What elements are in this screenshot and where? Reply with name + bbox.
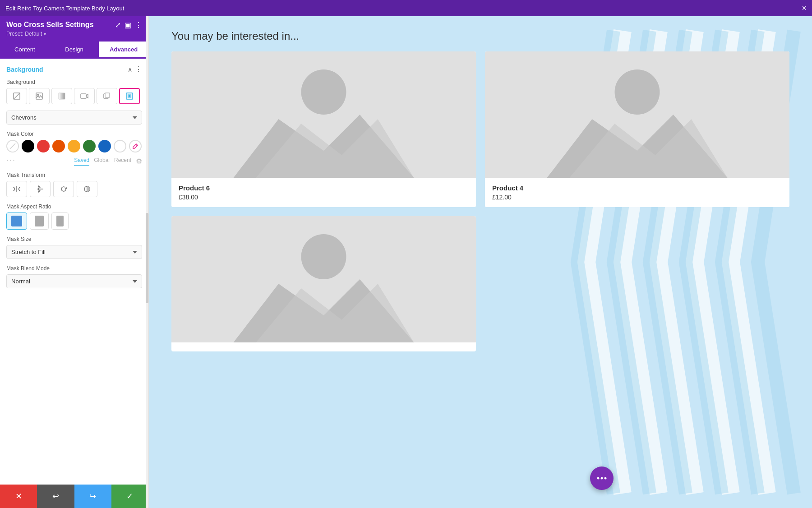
aspect-landscape-icon bbox=[56, 216, 64, 226]
mask-shape-dropdown[interactable]: Chevrons Circles Diamonds Triangles Hexa… bbox=[6, 111, 142, 125]
product-price-1: £38.00 bbox=[179, 194, 469, 201]
rotate-button[interactable] bbox=[53, 181, 74, 197]
mask-blend-mode-dropdown[interactable]: Normal Multiply Screen Overlay Darken Li… bbox=[6, 274, 142, 288]
background-section-header: Background ∧ ⋮ bbox=[6, 65, 142, 74]
color-swatch-empty[interactable] bbox=[6, 140, 19, 152]
product-grid: Product 6 £38.00 P bbox=[171, 51, 789, 351]
title-bar-text: Edit Retro Toy Camera Template Body Layo… bbox=[5, 5, 124, 12]
panel-title: Woo Cross Sells Settings bbox=[6, 21, 94, 29]
product-info-2: Product 4 £12.00 bbox=[485, 178, 789, 207]
product-image-placeholder-2 bbox=[485, 51, 789, 178]
color-swatch-blue[interactable] bbox=[98, 140, 111, 152]
product-img-3 bbox=[171, 216, 476, 342]
flip-h-button[interactable] bbox=[6, 181, 27, 197]
section-more-button[interactable]: ⋮ bbox=[135, 65, 142, 74]
scrollbar-thumb[interactable] bbox=[146, 213, 148, 303]
product-name-1: Product 6 bbox=[179, 184, 469, 192]
bg-type-mask[interactable] bbox=[119, 88, 140, 104]
svg-point-24 bbox=[601, 477, 603, 480]
product-image-placeholder-3 bbox=[171, 216, 476, 342]
left-panel: Woo Cross Sells Settings Preset: Default… bbox=[0, 16, 149, 508]
fab-button[interactable] bbox=[590, 466, 614, 490]
color-swatch-yellow[interactable] bbox=[68, 140, 80, 152]
title-bar: Edit Retro Toy Camera Template Body Layo… bbox=[0, 0, 812, 16]
bottom-bar: ✕ ↩ ↪ ✓ bbox=[0, 485, 148, 508]
aspect-square-button[interactable] bbox=[6, 212, 27, 230]
tab-advanced[interactable]: Advanced bbox=[99, 42, 148, 59]
aspect-portrait-button[interactable] bbox=[30, 212, 49, 230]
svg-point-16 bbox=[615, 69, 660, 115]
aspect-landscape-button[interactable] bbox=[51, 212, 69, 230]
opacity-button[interactable] bbox=[77, 181, 97, 197]
slideshow-bg-icon bbox=[103, 92, 111, 100]
tab-design[interactable]: Design bbox=[50, 42, 99, 59]
color-swatch-black[interactable] bbox=[22, 140, 34, 152]
svg-point-25 bbox=[604, 477, 607, 480]
color-tab-saved[interactable]: Saved bbox=[74, 157, 89, 166]
tab-content[interactable]: Content bbox=[0, 42, 50, 59]
fullscreen-button[interactable]: ⤢ bbox=[115, 21, 121, 29]
aspect-portrait-icon bbox=[35, 216, 44, 226]
color-swatch-red[interactable] bbox=[37, 140, 50, 152]
no-bg-icon bbox=[13, 92, 21, 100]
product-name-2: Product 4 bbox=[492, 184, 782, 192]
gradient-bg-icon bbox=[58, 92, 66, 100]
more-dots[interactable]: ··· bbox=[6, 155, 16, 165]
svg-line-0 bbox=[14, 93, 20, 99]
scrollbar-track bbox=[146, 16, 148, 508]
color-swatch-green[interactable] bbox=[83, 140, 96, 152]
aspect-square-icon bbox=[11, 216, 22, 226]
cancel-button[interactable]: ✕ bbox=[0, 485, 37, 508]
color-swatch-orange[interactable] bbox=[52, 140, 65, 152]
svg-line-9 bbox=[10, 143, 15, 149]
close-button[interactable]: × bbox=[802, 4, 807, 13]
mask-transform-label: Mask Transform bbox=[6, 172, 142, 178]
bg-type-classic[interactable] bbox=[29, 88, 50, 104]
panel-header: Woo Cross Sells Settings Preset: Default… bbox=[0, 16, 148, 42]
undo-button[interactable]: ↩ bbox=[37, 485, 74, 508]
mask-bg-icon bbox=[125, 92, 134, 100]
save-button[interactable]: ✓ bbox=[111, 485, 148, 508]
aspect-ratio-buttons bbox=[6, 212, 142, 230]
bg-type-video[interactable] bbox=[74, 88, 95, 104]
product-img-2 bbox=[485, 51, 789, 178]
product-info-1: Product 6 £38.00 bbox=[171, 178, 476, 207]
panel-preset[interactable]: Preset: Default ▾ bbox=[6, 31, 94, 37]
flip-vertical-icon bbox=[36, 185, 44, 193]
right-content: You may be interested in... Product 6 bbox=[149, 16, 812, 508]
color-settings-button[interactable]: ⚙ bbox=[136, 157, 142, 166]
background-type-icons bbox=[6, 88, 142, 104]
color-pencil-btn[interactable] bbox=[129, 140, 142, 152]
bg-type-slideshow[interactable] bbox=[97, 88, 117, 104]
no-color-icon bbox=[9, 143, 16, 149]
more-options-button[interactable]: ⋮ bbox=[135, 21, 142, 29]
product-section: You may be interested in... Product 6 bbox=[171, 30, 789, 499]
tabs: Content Design Advanced bbox=[0, 42, 148, 59]
collapse-button[interactable]: ∧ bbox=[128, 66, 132, 73]
color-tab-recent[interactable]: Recent bbox=[114, 157, 131, 166]
mask-size-field: Mask Size Stretch to Fill Fit Fill None bbox=[6, 236, 142, 259]
product-card-3 bbox=[171, 216, 476, 351]
color-tab-global[interactable]: Global bbox=[94, 157, 110, 166]
product-section-title: You may be interested in... bbox=[171, 30, 789, 42]
mask-shape-field: Chevrons Circles Diamonds Triangles Hexa… bbox=[6, 111, 142, 125]
product-image-placeholder-1 bbox=[171, 51, 476, 178]
flip-v-button[interactable] bbox=[30, 181, 51, 197]
mask-blend-mode-field: Mask Blend Mode Normal Multiply Screen O… bbox=[6, 265, 142, 288]
product-img-1 bbox=[171, 51, 476, 178]
panel-content: Background ∧ ⋮ Background bbox=[0, 59, 148, 485]
svg-rect-5 bbox=[81, 94, 86, 98]
bg-type-gradient[interactable] bbox=[51, 88, 72, 104]
color-tabs: Saved Global Recent ⚙ bbox=[72, 157, 142, 166]
layout-button[interactable]: ▣ bbox=[125, 21, 131, 29]
mask-aspect-ratio-field: Mask Aspect Ratio bbox=[6, 203, 142, 230]
redo-button[interactable]: ↪ bbox=[74, 485, 111, 508]
opacity-icon bbox=[83, 185, 91, 193]
product-card-1: Product 6 £38.00 bbox=[171, 51, 476, 207]
mask-size-dropdown[interactable]: Stretch to Fill Fit Fill None bbox=[6, 245, 142, 259]
color-swatch-white[interactable] bbox=[114, 140, 126, 152]
pencil-icon bbox=[132, 143, 138, 149]
svg-point-12 bbox=[301, 69, 346, 115]
preset-arrow-icon: ▾ bbox=[44, 32, 46, 37]
bg-type-none[interactable] bbox=[6, 88, 27, 104]
